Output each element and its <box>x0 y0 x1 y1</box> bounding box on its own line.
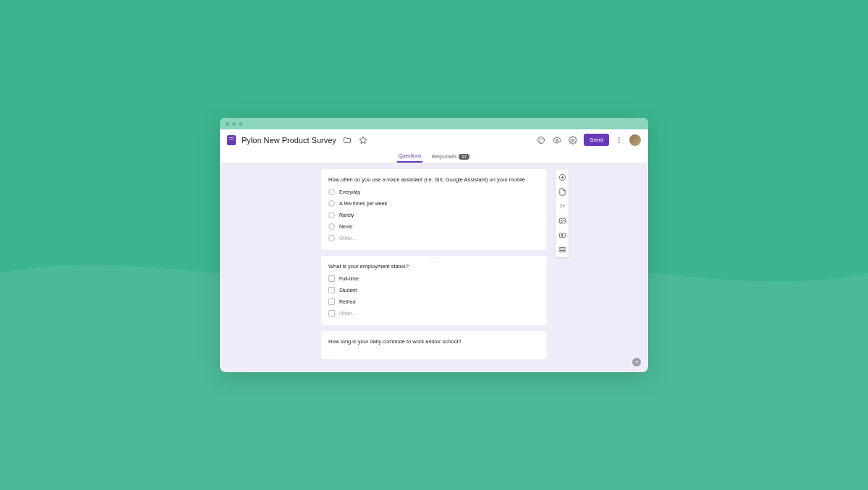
tabs: Questions Responses 37 <box>227 150 641 163</box>
document-title[interactable]: Pylon New Product Survey <box>242 136 336 145</box>
svg-text:T: T <box>562 205 564 209</box>
svg-point-15 <box>561 220 561 220</box>
option-row[interactable]: Retired <box>328 298 540 305</box>
option-label: A few times per week <box>339 201 387 206</box>
tab-label: Responses <box>431 154 456 159</box>
tab-label: Questions <box>399 153 422 158</box>
question-title: What is your employment status? <box>328 263 540 270</box>
option-label: Retired <box>339 299 356 304</box>
option-label: Everyday <box>339 189 360 194</box>
side-toolbar: TT <box>556 169 569 257</box>
option-row[interactable]: Other... <box>328 235 540 241</box>
option-label: Never <box>339 224 353 229</box>
radio-icon <box>328 212 335 218</box>
svg-point-1 <box>540 139 540 139</box>
option-row[interactable]: Full-time <box>328 275 540 282</box>
app-window: Pylon New Product Survey Send <box>220 118 648 372</box>
option-label: Rarely <box>339 212 354 218</box>
svg-point-0 <box>538 137 545 143</box>
svg-point-4 <box>556 139 558 141</box>
tab-responses[interactable]: Responses 37 <box>430 150 471 163</box>
radio-icon <box>328 223 335 230</box>
help-label: ? <box>635 359 638 366</box>
add-section-icon[interactable] <box>557 244 567 254</box>
question-title: How often do you use a voice assistant (… <box>328 176 540 183</box>
svg-point-2 <box>542 139 542 139</box>
add-title-icon[interactable]: TT <box>557 201 567 211</box>
chrome-dot <box>226 122 229 126</box>
help-button[interactable]: ? <box>632 358 641 366</box>
svg-point-3 <box>540 141 540 142</box>
forms-doc-icon <box>227 135 236 145</box>
checkbox-icon <box>328 287 335 293</box>
add-image-icon[interactable] <box>557 215 567 225</box>
import-questions-icon[interactable] <box>557 186 567 197</box>
svg-rect-18 <box>559 247 564 249</box>
radio-icon <box>328 200 335 207</box>
drag-handle-icon[interactable] <box>430 257 438 260</box>
checkbox-icon <box>328 310 335 317</box>
add-video-icon[interactable] <box>557 230 567 240</box>
option-row[interactable]: Other... <box>328 310 540 317</box>
option-row[interactable]: Rarely <box>328 212 540 218</box>
star-icon[interactable] <box>358 135 368 145</box>
add-question-icon[interactable] <box>557 172 567 182</box>
question-card[interactable]: How often do you use a voice assistant (… <box>321 169 547 250</box>
svg-point-6 <box>618 137 620 139</box>
checkbox-icon <box>328 298 335 305</box>
form-column: How often do you use a voice assistant (… <box>321 169 547 372</box>
content-area: How often do you use a voice assistant (… <box>220 163 648 372</box>
chrome-dot <box>232 122 236 126</box>
window-chrome <box>220 118 648 129</box>
radio-icon <box>328 235 335 241</box>
option-label: Other... <box>339 311 356 316</box>
responses-count-badge: 37 <box>459 154 469 160</box>
option-label: Full-time <box>339 276 359 281</box>
question-card[interactable]: What is your employment status? Full-tim… <box>321 256 547 325</box>
more-menu-icon[interactable] <box>615 135 624 145</box>
svg-marker-17 <box>561 234 563 236</box>
question-card[interactable]: How long is your daily commute to work a… <box>321 331 547 359</box>
option-row[interactable]: A few times per week <box>328 200 540 207</box>
app-header: Pylon New Product Survey Send <box>220 129 648 163</box>
tab-questions[interactable]: Questions <box>397 150 423 163</box>
svg-point-5 <box>572 139 574 141</box>
palette-icon[interactable] <box>536 135 546 145</box>
user-avatar[interactable] <box>629 134 641 146</box>
send-button[interactable]: Send <box>584 134 609 146</box>
svg-point-7 <box>618 139 620 141</box>
folder-icon[interactable] <box>342 135 352 145</box>
option-row[interactable]: Everyday <box>328 189 540 195</box>
option-row[interactable]: Never <box>328 223 540 230</box>
svg-rect-19 <box>559 250 564 252</box>
option-row[interactable]: Student <box>328 287 540 293</box>
checkbox-icon <box>328 275 335 282</box>
radio-icon <box>328 189 335 195</box>
preview-icon[interactable] <box>552 135 562 145</box>
option-label: Other... <box>339 236 356 241</box>
chrome-dot <box>239 122 242 126</box>
option-label: Student <box>339 288 357 293</box>
settings-icon[interactable] <box>568 135 578 145</box>
svg-point-8 <box>618 142 620 143</box>
question-title: How long is your daily commute to work a… <box>328 338 540 345</box>
